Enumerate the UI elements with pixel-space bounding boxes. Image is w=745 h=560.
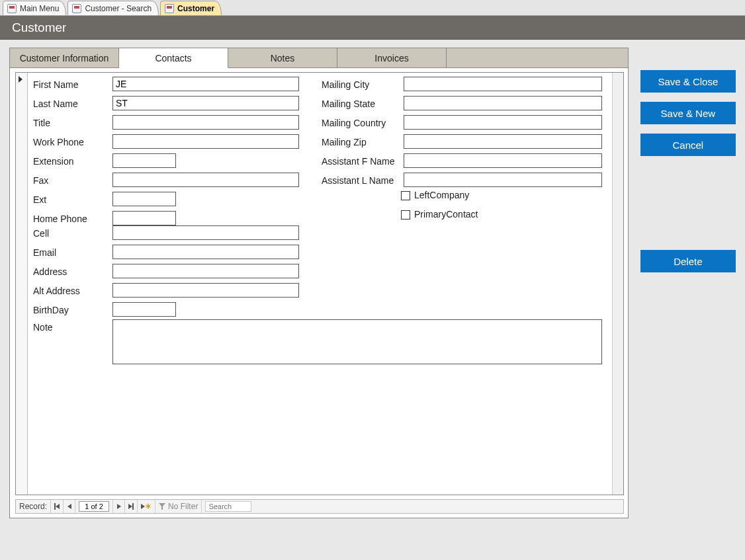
nav-prev-button[interactable]	[64, 500, 75, 513]
tab-customer-information[interactable]: Customer Information	[10, 48, 119, 67]
primary-contact-checkbox[interactable]	[401, 210, 410, 220]
subtab-label: Customer Information	[20, 53, 109, 63]
nav-last-button[interactable]	[125, 500, 138, 513]
mailing-zip-field[interactable]	[404, 134, 602, 149]
label-first-name: First Name	[33, 79, 78, 90]
doctab-customer[interactable]: Customer	[160, 1, 222, 15]
tab-contacts[interactable]: Contacts	[119, 48, 228, 68]
home-phone-field[interactable]	[112, 211, 176, 225]
label-ext: Ext	[33, 194, 46, 205]
subtab-label: Notes	[271, 53, 295, 63]
doctab-label: Main Menu	[20, 4, 59, 13]
form-header: Customer	[0, 16, 745, 40]
nav-next-button[interactable]	[113, 500, 125, 513]
doctab-customer-search[interactable]: Customer - Search	[67, 1, 159, 15]
subtab-label: Invoices	[374, 53, 408, 63]
label-assistant-f-name: Assistant F Name	[322, 156, 394, 167]
form-panel: Customer Information Contacts Notes Invo…	[9, 48, 629, 518]
left-company-checkbox[interactable]	[401, 191, 410, 200]
form-icon	[165, 4, 174, 13]
nav-new-button[interactable]: ✶	[138, 500, 155, 513]
record-label: Record:	[16, 500, 51, 513]
cell-field[interactable]	[112, 225, 299, 240]
title-field[interactable]	[112, 115, 299, 130]
doctab-label: Customer	[177, 4, 214, 13]
record-selector[interactable]	[16, 73, 28, 495]
label-home-phone: Home Phone	[33, 214, 87, 224]
save-close-button[interactable]: Save & Close	[640, 70, 736, 93]
subform-inner: First Name Last Name Title Work Phone Ex…	[15, 72, 624, 495]
address-field[interactable]	[112, 264, 299, 278]
subtabs: Customer Information Contacts Notes Invo…	[10, 48, 628, 68]
label-note: Note	[33, 322, 53, 333]
record-position-box[interactable]	[75, 500, 113, 513]
label-alt-address: Alt Address	[33, 286, 80, 296]
label-mailing-city: Mailing City	[322, 79, 369, 90]
record-position-input[interactable]	[79, 501, 109, 512]
fax-field[interactable]	[112, 173, 299, 187]
label-address: Address	[33, 266, 67, 277]
save-new-button[interactable]: Save & New	[640, 102, 736, 124]
cancel-button[interactable]: Cancel	[640, 134, 736, 156]
action-buttons: Save & Close Save & New Cancel Delete	[640, 48, 736, 272]
delete-button[interactable]: Delete	[640, 250, 736, 272]
subform: First Name Last Name Title Work Phone Ex…	[10, 68, 628, 518]
extension-field[interactable]	[112, 153, 176, 168]
current-record-icon	[19, 76, 22, 83]
nav-first-button[interactable]	[51, 500, 64, 513]
label-cell: Cell	[33, 228, 49, 239]
label-mailing-state: Mailing State	[322, 99, 375, 109]
fields-area: First Name Last Name Title Work Phone Ex…	[33, 77, 619, 491]
label-title: Title	[33, 118, 50, 128]
label-assistant-l-name: Assistant L Name	[322, 175, 394, 186]
record-search-input[interactable]	[205, 501, 251, 512]
label-work-phone: Work Phone	[33, 137, 84, 147]
mailing-city-field[interactable]	[404, 77, 602, 91]
main-area: Customer Information Contacts Notes Invo…	[0, 40, 745, 560]
label-email: Email	[33, 247, 56, 258]
doctab-label: Customer - Search	[85, 4, 152, 13]
work-phone-field[interactable]	[112, 134, 299, 149]
search-segment	[202, 500, 255, 513]
ext-field[interactable]	[112, 192, 176, 206]
record-navigation: Record: ✶ No Filter	[15, 499, 624, 514]
filter-label: No Filter	[168, 502, 198, 511]
filter-indicator[interactable]: No Filter	[155, 500, 202, 513]
assistant-l-name-field[interactable]	[404, 173, 602, 187]
tab-notes[interactable]: Notes	[228, 48, 337, 67]
mailing-state-field[interactable]	[404, 96, 602, 110]
last-name-field[interactable]	[112, 96, 299, 110]
assistant-f-name-field[interactable]	[404, 153, 602, 168]
note-field[interactable]	[112, 319, 602, 364]
alt-address-field[interactable]	[112, 283, 299, 298]
label-left-company: LeftCompany	[414, 190, 469, 200]
label-birthday: BirthDay	[33, 305, 69, 315]
label-primary-contact: PrimaryContact	[414, 209, 478, 220]
filter-icon	[159, 503, 165, 510]
birthday-field[interactable]	[112, 302, 176, 317]
form-icon	[72, 4, 81, 13]
label-extension: Extension	[33, 156, 73, 167]
form-icon	[7, 4, 17, 13]
mailing-country-field[interactable]	[404, 115, 602, 130]
page-title: Customer	[12, 20, 66, 35]
document-tabs: Main Menu Customer - Search Customer	[0, 0, 745, 16]
label-last-name: Last Name	[33, 99, 78, 109]
email-field[interactable]	[112, 245, 299, 259]
label-mailing-country: Mailing Country	[322, 118, 386, 128]
label-mailing-zip: Mailing Zip	[322, 137, 367, 147]
subtab-label: Contacts	[155, 53, 191, 63]
label-fax: Fax	[33, 175, 48, 186]
doctab-main-menu[interactable]: Main Menu	[3, 1, 66, 15]
tab-invoices[interactable]: Invoices	[337, 48, 447, 67]
first-name-field[interactable]	[112, 77, 299, 91]
